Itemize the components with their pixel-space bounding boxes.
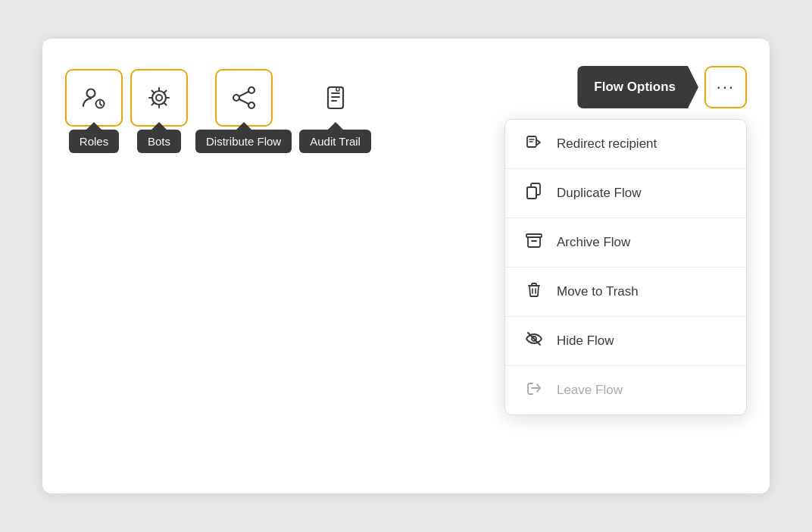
more-icon: ··· bbox=[717, 77, 735, 97]
dropdown-menu: Redirect recipient Duplicate Flow bbox=[504, 119, 747, 415]
svg-point-0 bbox=[87, 89, 95, 98]
more-menu-container: ··· Redirect recipient bbox=[704, 66, 747, 108]
menu-item-hide[interactable]: Hide Flow bbox=[505, 317, 746, 366]
svg-line-15 bbox=[239, 92, 248, 96]
svg-point-14 bbox=[248, 102, 255, 108]
audit-label: Audit Trail bbox=[299, 130, 371, 153]
hide-icon bbox=[523, 330, 545, 352]
svg-point-12 bbox=[233, 95, 239, 101]
leave-label: Leave Flow bbox=[557, 383, 623, 398]
svg-point-13 bbox=[248, 87, 255, 93]
menu-item-leave[interactable]: Leave Flow bbox=[505, 366, 746, 415]
bots-icon bbox=[145, 84, 173, 111]
tool-item-distribute: Distribute Flow bbox=[195, 69, 292, 153]
redirect-label: Redirect recipient bbox=[557, 136, 657, 152]
svg-rect-17 bbox=[328, 87, 343, 108]
svg-rect-21 bbox=[336, 87, 339, 91]
leave-icon bbox=[523, 380, 545, 401]
tool-item-roles: Roles bbox=[65, 69, 123, 153]
svg-point-3 bbox=[156, 95, 162, 101]
roles-icon bbox=[80, 83, 108, 112]
distribute-label: Distribute Flow bbox=[195, 130, 292, 153]
tool-item-audit: Audit Trail bbox=[299, 69, 371, 153]
trash-label: Move to Trash bbox=[557, 284, 639, 299]
more-button[interactable]: ··· bbox=[704, 66, 747, 108]
trash-icon bbox=[523, 281, 545, 302]
bots-label: Bots bbox=[137, 130, 181, 153]
archive-icon bbox=[523, 232, 545, 253]
menu-item-archive[interactable]: Archive Flow bbox=[505, 218, 746, 268]
distribute-button[interactable] bbox=[215, 69, 273, 127]
distribute-icon bbox=[230, 84, 258, 111]
toolbar-right: Flow Options ··· Redirect recip bbox=[577, 66, 747, 108]
svg-line-10 bbox=[164, 91, 167, 93]
svg-rect-24 bbox=[527, 187, 536, 199]
svg-line-16 bbox=[239, 99, 248, 104]
svg-line-8 bbox=[152, 91, 155, 93]
svg-line-9 bbox=[164, 103, 167, 105]
archive-label: Archive Flow bbox=[557, 235, 630, 250]
bots-button[interactable] bbox=[130, 69, 188, 127]
tool-item-bots: Bots bbox=[130, 69, 188, 153]
redirect-icon bbox=[523, 133, 545, 155]
duplicate-icon bbox=[523, 183, 545, 204]
menu-item-duplicate[interactable]: Duplicate Flow bbox=[505, 169, 746, 218]
roles-button[interactable] bbox=[65, 69, 123, 127]
main-card: Roles Bots bbox=[42, 39, 770, 493]
roles-label: Roles bbox=[69, 130, 119, 153]
menu-item-trash[interactable]: Move to Trash bbox=[505, 268, 746, 317]
menu-item-redirect[interactable]: Redirect recipient bbox=[505, 120, 746, 169]
svg-line-11 bbox=[152, 103, 155, 105]
duplicate-label: Duplicate Flow bbox=[557, 186, 642, 201]
flow-options-label: Flow Options bbox=[594, 80, 676, 95]
svg-rect-26 bbox=[526, 234, 542, 237]
hide-label: Hide Flow bbox=[557, 333, 614, 349]
flow-options-button[interactable]: Flow Options bbox=[577, 66, 698, 108]
audit-button[interactable] bbox=[307, 69, 364, 127]
audit-icon bbox=[322, 84, 349, 111]
